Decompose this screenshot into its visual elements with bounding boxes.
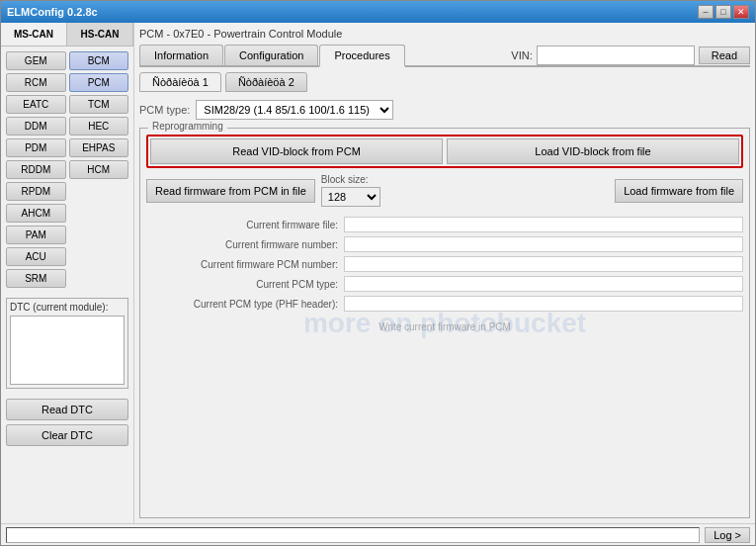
pcm-phf-value (344, 296, 743, 312)
ehpas-button[interactable]: EHPAS (69, 138, 129, 157)
bcm-button[interactable]: BCM (69, 51, 129, 70)
pam-button[interactable]: PAM (6, 226, 66, 244)
ahcm-button[interactable]: AHCM (6, 204, 66, 223)
firmware-number-row: Current firmware number: (146, 236, 743, 252)
read-firmware-button[interactable]: Read firmware from PCM in file (146, 179, 315, 203)
window-controls: – □ ✕ (698, 5, 749, 19)
block-size-label: Block size: (321, 174, 369, 185)
module-grid: GEM BCM RCM PCM EATC TCM DDM HEC PDM EHP… (1, 46, 133, 293)
block-size-select[interactable]: 128 (321, 187, 380, 207)
reprogramming-legend: Reprogramming (148, 121, 227, 132)
close-button[interactable]: ✕ (733, 5, 749, 19)
hs-can-tab[interactable]: HS-CAN (67, 23, 133, 46)
vin-section: VIN: Read (511, 46, 750, 65)
vin-input[interactable] (537, 46, 695, 65)
sub-tabs-row: Ñòðàíèöà 1 Ñòðàíèöà 2 (139, 72, 750, 92)
current-pcm-type-label: Current PCM type: (146, 279, 344, 290)
load-firmware-button[interactable]: Load firmware from file (615, 179, 743, 203)
reprogramming-group: Reprogramming Read VID-block from PCM Lo… (139, 128, 750, 518)
write-firmware-label: Write current firmware in PCM (146, 321, 743, 332)
acu-button[interactable]: ACU (6, 247, 66, 266)
info-fields: Current firmware file: Current firmware … (146, 217, 743, 312)
read-vid-button[interactable]: Read VID-block from PCM (150, 138, 443, 164)
firmware-row: Read firmware from PCM in file Block siz… (146, 174, 743, 207)
firmware-pcm-value (344, 256, 743, 272)
window-title: ELMConfig 0.2.8c (7, 6, 98, 18)
hec-button[interactable]: HEC (69, 117, 129, 136)
module-title: PCM - 0x7E0 - Powertrain Control Module (139, 28, 750, 40)
pcm-type-row2: Current PCM type: (146, 276, 743, 292)
maximize-button[interactable]: □ (715, 5, 731, 19)
tcm-button[interactable]: TCM (69, 95, 129, 114)
firmware-file-value (344, 217, 743, 232)
firmware-pcm-row: Current firmware PCM number: (146, 256, 743, 272)
ddm-button[interactable]: DDM (6, 117, 66, 136)
pcm-type-select[interactable]: SIM28/29 (1.4 85/1.6 100/1.6 115) (196, 100, 393, 120)
firmware-file-label: Current firmware file: (146, 220, 344, 230)
read-dtc-button[interactable]: Read DTC (6, 399, 128, 420)
gem-button[interactable]: GEM (6, 51, 66, 70)
right-panel: PCM - 0x7E0 - Powertrain Control Module … (134, 23, 755, 523)
firmware-pcm-label: Current firmware PCM number: (146, 259, 344, 270)
bottom-buttons: Read DTC Clear DTC (1, 394, 133, 451)
can-tabs: MS-CAN HS-CAN (1, 23, 133, 46)
eatc-button[interactable]: EATC (6, 95, 66, 114)
tabs-wrapper: Information Configuration Procedures VIN… (139, 45, 750, 72)
pcm-phf-row: Current PCM type (PHF header): (146, 296, 743, 312)
pcm-type-label: PCM type: (139, 104, 190, 116)
vid-block-row: Read VID-block from PCM Load VID-block f… (146, 135, 743, 168)
log-button[interactable]: Log > (705, 527, 750, 543)
procedures-tab[interactable]: Procedures (319, 45, 404, 67)
main-window: ELMConfig 0.2.8c – □ ✕ MS-CAN HS-CAN GEM… (0, 0, 756, 546)
rddm-button[interactable]: RDDM (6, 160, 66, 179)
rpdm-button[interactable]: RPDM (6, 182, 66, 201)
status-bar-input[interactable] (6, 527, 700, 543)
left-panel: MS-CAN HS-CAN GEM BCM RCM PCM EATC TCM D… (1, 23, 134, 523)
clear-dtc-button[interactable]: Clear DTC (6, 424, 128, 446)
load-vid-button[interactable]: Load VID-block from file (447, 138, 739, 164)
pdm-button[interactable]: PDM (6, 138, 66, 157)
firmware-number-value (344, 236, 743, 252)
srm-button[interactable]: SRM (6, 269, 66, 288)
vin-label: VIN: (511, 49, 532, 61)
read-vin-button[interactable]: Read (699, 46, 750, 64)
main-content: MS-CAN HS-CAN GEM BCM RCM PCM EATC TCM D… (1, 23, 755, 523)
pcm-button[interactable]: PCM (69, 73, 129, 92)
firmware-number-label: Current firmware number: (146, 239, 344, 250)
pcm-type-row: PCM type: SIM28/29 (1.4 85/1.6 100/1.6 1… (139, 100, 750, 120)
current-pcm-type-value (344, 276, 743, 292)
sub-tab-1[interactable]: Ñòðàíèöà 1 (139, 72, 221, 92)
minimize-button[interactable]: – (698, 5, 714, 19)
pcm-phf-label: Current PCM type (PHF header): (146, 299, 344, 310)
sub-tab-2[interactable]: Ñòðàíèöà 2 (225, 72, 307, 92)
hcm-button[interactable]: HCM (69, 160, 129, 179)
dtc-section: DTC (current module): (6, 298, 128, 389)
status-bar: Log > (1, 523, 755, 545)
ms-can-tab[interactable]: MS-CAN (1, 23, 67, 46)
block-size-group: Block size: 128 (321, 174, 380, 207)
dtc-label: DTC (current module): (10, 302, 125, 313)
dtc-box (10, 316, 125, 385)
firmware-file-row: Current firmware file: (146, 217, 743, 232)
rcm-button[interactable]: RCM (6, 73, 66, 92)
tabs-row: Information Configuration Procedures VIN… (139, 45, 750, 67)
configuration-tab[interactable]: Configuration (224, 45, 318, 65)
title-bar: ELMConfig 0.2.8c – □ ✕ (1, 1, 755, 23)
information-tab[interactable]: Information (139, 45, 223, 65)
